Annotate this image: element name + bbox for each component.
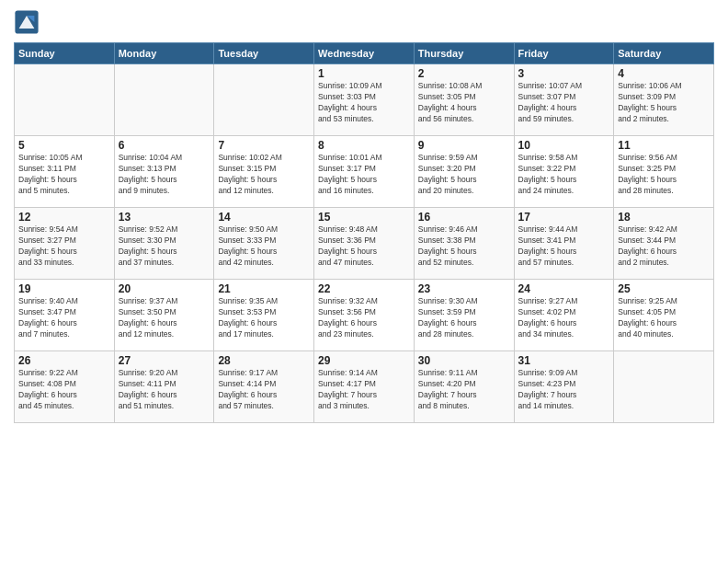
calendar-table: SundayMondayTuesdayWednesdayThursdayFrid… bbox=[14, 42, 714, 423]
day-info: Sunrise: 9:59 AM Sunset: 3:20 PM Dayligh… bbox=[418, 153, 510, 197]
day-info: Sunrise: 9:35 AM Sunset: 3:53 PM Dayligh… bbox=[218, 296, 310, 340]
calendar-cell: 13Sunrise: 9:52 AM Sunset: 3:30 PM Dayli… bbox=[114, 208, 214, 280]
day-number: 13 bbox=[119, 211, 210, 224]
weekday-header-wednesday: Wednesday bbox=[314, 43, 415, 64]
calendar-cell: 12Sunrise: 9:54 AM Sunset: 3:27 PM Dayli… bbox=[15, 208, 115, 280]
day-info: Sunrise: 9:09 AM Sunset: 4:23 PM Dayligh… bbox=[518, 368, 610, 412]
calendar-cell bbox=[214, 64, 314, 136]
weekday-header-tuesday: Tuesday bbox=[214, 43, 314, 64]
day-number: 14 bbox=[218, 211, 310, 224]
calendar-cell: 10Sunrise: 9:58 AM Sunset: 3:22 PM Dayli… bbox=[514, 136, 614, 208]
calendar-cell bbox=[15, 64, 115, 136]
weekday-header-row: SundayMondayTuesdayWednesdayThursdayFrid… bbox=[15, 43, 714, 64]
day-number: 30 bbox=[418, 354, 510, 367]
day-info: Sunrise: 9:37 AM Sunset: 3:50 PM Dayligh… bbox=[119, 296, 210, 340]
day-number: 26 bbox=[18, 354, 110, 367]
calendar-cell: 2Sunrise: 10:08 AM Sunset: 3:05 PM Dayli… bbox=[414, 64, 514, 136]
calendar-cell: 21Sunrise: 9:35 AM Sunset: 3:53 PM Dayli… bbox=[214, 280, 314, 351]
calendar-cell: 29Sunrise: 9:14 AM Sunset: 4:17 PM Dayli… bbox=[314, 351, 415, 423]
day-info: Sunrise: 9:50 AM Sunset: 3:33 PM Dayligh… bbox=[218, 224, 310, 269]
calendar-cell: 8Sunrise: 10:01 AM Sunset: 3:17 PM Dayli… bbox=[314, 136, 415, 208]
calendar-cell: 7Sunrise: 10:02 AM Sunset: 3:15 PM Dayli… bbox=[214, 136, 314, 208]
day-info: Sunrise: 10:01 AM Sunset: 3:17 PM Daylig… bbox=[318, 153, 410, 197]
weekday-header-thursday: Thursday bbox=[414, 43, 514, 64]
day-number: 8 bbox=[318, 139, 410, 152]
day-number: 5 bbox=[18, 139, 110, 152]
day-number: 16 bbox=[418, 211, 510, 224]
day-number: 9 bbox=[418, 139, 510, 152]
day-number: 18 bbox=[618, 211, 710, 224]
day-number: 24 bbox=[518, 282, 610, 295]
day-info: Sunrise: 9:54 AM Sunset: 3:27 PM Dayligh… bbox=[18, 224, 110, 269]
calendar-cell: 6Sunrise: 10:04 AM Sunset: 3:13 PM Dayli… bbox=[114, 136, 214, 208]
day-info: Sunrise: 9:22 AM Sunset: 4:08 PM Dayligh… bbox=[18, 368, 110, 412]
day-info: Sunrise: 10:06 AM Sunset: 3:09 PM Daylig… bbox=[618, 81, 710, 125]
day-info: Sunrise: 9:14 AM Sunset: 4:17 PM Dayligh… bbox=[318, 368, 410, 412]
day-number: 2 bbox=[418, 67, 510, 80]
day-number: 22 bbox=[318, 282, 410, 295]
calendar-cell: 25Sunrise: 9:25 AM Sunset: 4:05 PM Dayli… bbox=[614, 280, 714, 351]
day-info: Sunrise: 9:46 AM Sunset: 3:38 PM Dayligh… bbox=[418, 224, 510, 269]
calendar-cell: 18Sunrise: 9:42 AM Sunset: 3:44 PM Dayli… bbox=[614, 208, 714, 280]
calendar-cell: 4Sunrise: 10:06 AM Sunset: 3:09 PM Dayli… bbox=[614, 64, 714, 136]
day-number: 4 bbox=[618, 67, 710, 80]
calendar-cell: 14Sunrise: 9:50 AM Sunset: 3:33 PM Dayli… bbox=[214, 208, 314, 280]
week-row-5: 26Sunrise: 9:22 AM Sunset: 4:08 PM Dayli… bbox=[15, 351, 714, 423]
calendar-cell: 16Sunrise: 9:46 AM Sunset: 3:38 PM Dayli… bbox=[414, 208, 514, 280]
day-info: Sunrise: 10:07 AM Sunset: 3:07 PM Daylig… bbox=[518, 81, 610, 125]
calendar-cell: 24Sunrise: 9:27 AM Sunset: 4:02 PM Dayli… bbox=[514, 280, 614, 351]
day-info: Sunrise: 9:58 AM Sunset: 3:22 PM Dayligh… bbox=[518, 153, 610, 197]
header bbox=[14, 9, 714, 35]
day-info: Sunrise: 9:52 AM Sunset: 3:30 PM Dayligh… bbox=[119, 224, 210, 269]
day-number: 19 bbox=[18, 282, 110, 295]
day-info: Sunrise: 9:56 AM Sunset: 3:25 PM Dayligh… bbox=[618, 153, 710, 197]
calendar-container: SundayMondayTuesdayWednesdayThursdayFrid… bbox=[0, 0, 728, 432]
day-info: Sunrise: 9:20 AM Sunset: 4:11 PM Dayligh… bbox=[119, 368, 210, 412]
weekday-header-monday: Monday bbox=[114, 43, 214, 64]
day-number: 12 bbox=[18, 211, 110, 224]
day-number: 10 bbox=[518, 139, 610, 152]
day-number: 17 bbox=[518, 211, 610, 224]
calendar-cell: 17Sunrise: 9:44 AM Sunset: 3:41 PM Dayli… bbox=[514, 208, 614, 280]
day-number: 28 bbox=[218, 354, 310, 367]
calendar-cell: 9Sunrise: 9:59 AM Sunset: 3:20 PM Daylig… bbox=[414, 136, 514, 208]
calendar-cell bbox=[114, 64, 214, 136]
day-info: Sunrise: 9:44 AM Sunset: 3:41 PM Dayligh… bbox=[518, 224, 610, 269]
week-row-2: 5Sunrise: 10:05 AM Sunset: 3:11 PM Dayli… bbox=[15, 136, 714, 208]
day-info: Sunrise: 10:09 AM Sunset: 3:03 PM Daylig… bbox=[318, 81, 410, 125]
day-number: 23 bbox=[418, 282, 510, 295]
calendar-cell: 22Sunrise: 9:32 AM Sunset: 3:56 PM Dayli… bbox=[314, 280, 415, 351]
day-info: Sunrise: 9:17 AM Sunset: 4:14 PM Dayligh… bbox=[218, 368, 310, 412]
week-row-3: 12Sunrise: 9:54 AM Sunset: 3:27 PM Dayli… bbox=[15, 208, 714, 280]
week-row-1: 1Sunrise: 10:09 AM Sunset: 3:03 PM Dayli… bbox=[15, 64, 714, 136]
calendar-cell: 23Sunrise: 9:30 AM Sunset: 3:59 PM Dayli… bbox=[414, 280, 514, 351]
day-info: Sunrise: 9:42 AM Sunset: 3:44 PM Dayligh… bbox=[618, 224, 710, 269]
day-number: 25 bbox=[618, 282, 710, 295]
calendar-cell: 11Sunrise: 9:56 AM Sunset: 3:25 PM Dayli… bbox=[614, 136, 714, 208]
day-number: 1 bbox=[318, 67, 410, 80]
logo bbox=[14, 9, 43, 35]
day-number: 15 bbox=[318, 211, 410, 224]
week-row-4: 19Sunrise: 9:40 AM Sunset: 3:47 PM Dayli… bbox=[15, 280, 714, 351]
day-number: 20 bbox=[119, 282, 210, 295]
calendar-cell: 19Sunrise: 9:40 AM Sunset: 3:47 PM Dayli… bbox=[15, 280, 115, 351]
day-info: Sunrise: 10:05 AM Sunset: 3:11 PM Daylig… bbox=[18, 153, 110, 197]
day-number: 27 bbox=[119, 354, 210, 367]
logo-icon bbox=[14, 9, 40, 35]
weekday-header-sunday: Sunday bbox=[15, 43, 115, 64]
calendar-cell: 31Sunrise: 9:09 AM Sunset: 4:23 PM Dayli… bbox=[514, 351, 614, 423]
calendar-cell: 26Sunrise: 9:22 AM Sunset: 4:08 PM Dayli… bbox=[15, 351, 115, 423]
day-info: Sunrise: 10:04 AM Sunset: 3:13 PM Daylig… bbox=[119, 153, 210, 197]
day-number: 31 bbox=[518, 354, 610, 367]
day-number: 29 bbox=[318, 354, 410, 367]
day-info: Sunrise: 9:48 AM Sunset: 3:36 PM Dayligh… bbox=[318, 224, 410, 269]
day-number: 11 bbox=[618, 139, 710, 152]
day-number: 7 bbox=[218, 139, 310, 152]
calendar-cell: 30Sunrise: 9:11 AM Sunset: 4:20 PM Dayli… bbox=[414, 351, 514, 423]
weekday-header-friday: Friday bbox=[514, 43, 614, 64]
calendar-cell: 1Sunrise: 10:09 AM Sunset: 3:03 PM Dayli… bbox=[314, 64, 415, 136]
day-info: Sunrise: 9:25 AM Sunset: 4:05 PM Dayligh… bbox=[618, 296, 710, 340]
calendar-cell: 27Sunrise: 9:20 AM Sunset: 4:11 PM Dayli… bbox=[114, 351, 214, 423]
day-info: Sunrise: 9:27 AM Sunset: 4:02 PM Dayligh… bbox=[518, 296, 610, 340]
weekday-header-saturday: Saturday bbox=[614, 43, 714, 64]
